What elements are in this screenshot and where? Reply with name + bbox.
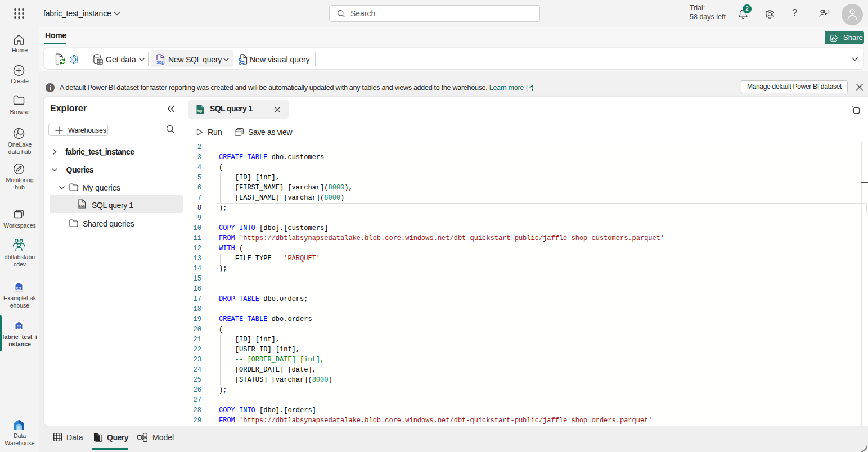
svg-text:SQL: SQL [79,205,85,207]
svg-text:SQL: SQL [197,110,203,113]
svg-text:SQL: SQL [156,60,164,64]
